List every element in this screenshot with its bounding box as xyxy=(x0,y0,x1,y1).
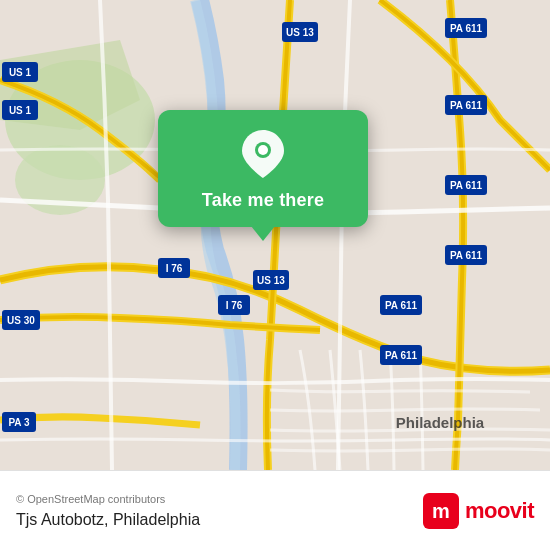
svg-text:PA 611: PA 611 xyxy=(385,350,418,361)
svg-text:PA 611: PA 611 xyxy=(450,100,483,111)
map-container: US 1 US 1 US 13 US 13 PA 611 PA 611 PA 6… xyxy=(0,0,550,470)
svg-text:PA 611: PA 611 xyxy=(385,300,418,311)
svg-text:PA 611: PA 611 xyxy=(450,23,483,34)
bottom-left-info: © OpenStreetMap contributors Tjs Autobot… xyxy=(16,493,200,529)
svg-text:US 1: US 1 xyxy=(9,67,32,78)
svg-text:Philadelphia: Philadelphia xyxy=(396,414,485,431)
svg-text:PA 611: PA 611 xyxy=(450,180,483,191)
popup-card[interactable]: Take me there xyxy=(158,110,368,227)
bottom-bar: © OpenStreetMap contributors Tjs Autobot… xyxy=(0,470,550,550)
svg-point-34 xyxy=(258,145,268,155)
moovit-logo: m moovit xyxy=(423,493,534,529)
osm-attribution: © OpenStreetMap contributors xyxy=(16,493,200,505)
svg-text:I 76: I 76 xyxy=(226,300,243,311)
svg-text:US 1: US 1 xyxy=(9,105,32,116)
svg-text:PA 3: PA 3 xyxy=(8,417,30,428)
svg-text:m: m xyxy=(432,500,450,522)
svg-text:PA 611: PA 611 xyxy=(450,250,483,261)
location-pin-icon xyxy=(237,128,289,180)
take-me-there-button[interactable]: Take me there xyxy=(202,190,324,211)
svg-text:I 76: I 76 xyxy=(166,263,183,274)
moovit-text: moovit xyxy=(465,498,534,524)
svg-text:US 30: US 30 xyxy=(7,315,35,326)
map-background: US 1 US 1 US 13 US 13 PA 611 PA 611 PA 6… xyxy=(0,0,550,470)
moovit-icon: m xyxy=(423,493,459,529)
svg-text:US 13: US 13 xyxy=(286,27,314,38)
svg-text:US 13: US 13 xyxy=(257,275,285,286)
location-name: Tjs Autobotz, Philadelphia xyxy=(16,511,200,529)
